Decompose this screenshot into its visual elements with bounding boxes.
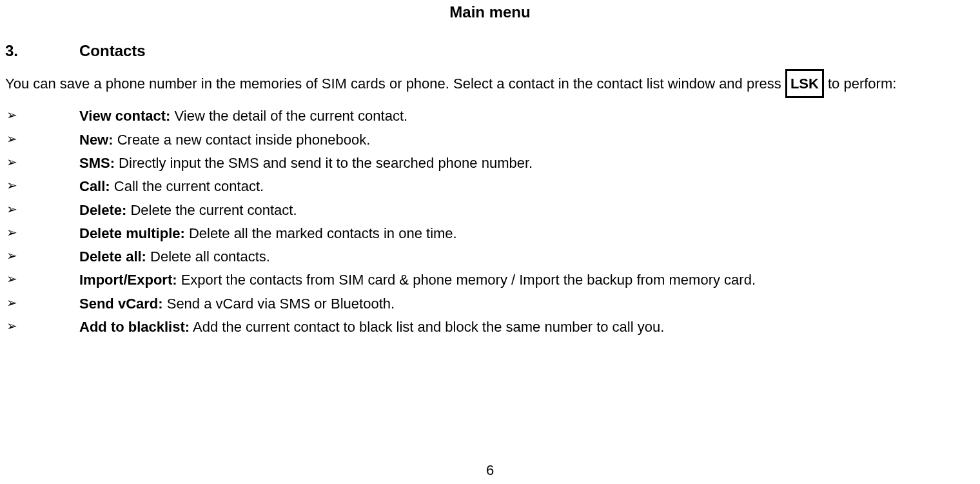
item-content: Delete all: Delete all contacts. bbox=[79, 245, 975, 268]
item-label: View contact: bbox=[79, 108, 170, 124]
lsk-key-label: LSK bbox=[785, 69, 824, 98]
item-content: Delete multiple: Delete all the marked c… bbox=[79, 222, 975, 245]
bullet-icon: ➢ bbox=[5, 175, 79, 196]
item-label: Delete: bbox=[79, 202, 126, 218]
list-item: ➢ Import/Export: Export the contacts fro… bbox=[5, 268, 975, 292]
section-heading: 3.Contacts bbox=[5, 42, 975, 60]
item-content: Call: Call the current contact. bbox=[79, 175, 975, 198]
item-content: SMS: Directly input the SMS and send it … bbox=[79, 152, 975, 175]
item-description: Delete all the marked contacts in one ti… bbox=[185, 225, 457, 241]
bullet-icon: ➢ bbox=[5, 292, 79, 314]
section-heading-text: Contacts bbox=[79, 42, 146, 59]
bullet-icon: ➢ bbox=[5, 105, 79, 126]
bullet-icon: ➢ bbox=[5, 128, 79, 150]
page-title: Main menu bbox=[5, 3, 975, 21]
bullet-icon: ➢ bbox=[5, 152, 79, 173]
item-description: Create a new contact inside phonebook. bbox=[113, 132, 371, 148]
bullet-icon: ➢ bbox=[5, 245, 79, 267]
intro-text-before: You can save a phone number in the memor… bbox=[5, 76, 785, 92]
item-content: Send vCard: Send a vCard via SMS or Blue… bbox=[79, 292, 975, 316]
item-description: Delete all contacts. bbox=[146, 248, 270, 265]
list-item: ➢ New: Create a new contact inside phone… bbox=[5, 128, 975, 152]
item-description: Add the current contact to black list an… bbox=[190, 319, 664, 335]
menu-list: ➢ View contact: View the detail of the c… bbox=[5, 105, 975, 339]
bullet-icon: ➢ bbox=[5, 268, 79, 290]
item-description: Send a vCard via SMS or Bluetooth. bbox=[163, 296, 395, 312]
bullet-icon: ➢ bbox=[5, 222, 79, 243]
item-label: New: bbox=[79, 132, 113, 148]
item-label: Call: bbox=[79, 178, 110, 194]
intro-paragraph: You can save a phone number in the memor… bbox=[5, 69, 975, 98]
item-content: Import/Export: Export the contacts from … bbox=[79, 268, 975, 292]
item-description: Directly input the SMS and send it to th… bbox=[115, 155, 533, 171]
section-number: 3. bbox=[5, 42, 79, 60]
item-content: Delete: Delete the current contact. bbox=[79, 199, 975, 222]
item-label: Add to blacklist: bbox=[79, 319, 190, 335]
list-item: ➢ Add to blacklist: Add the current cont… bbox=[5, 316, 975, 339]
list-item: ➢ Send vCard: Send a vCard via SMS or Bl… bbox=[5, 292, 975, 316]
item-description: Call the current contact. bbox=[110, 178, 264, 194]
list-item: ➢ Delete all: Delete all contacts. bbox=[5, 245, 975, 268]
item-description: Delete the current contact. bbox=[126, 202, 297, 218]
list-item: ➢ Delete multiple: Delete all the marked… bbox=[5, 222, 975, 245]
item-label: Delete all: bbox=[79, 248, 146, 265]
bullet-icon: ➢ bbox=[5, 316, 79, 337]
item-label: SMS: bbox=[79, 155, 115, 171]
item-label: Import/Export: bbox=[79, 272, 177, 288]
list-item: ➢ View contact: View the detail of the c… bbox=[5, 105, 975, 128]
intro-text-after: to perform: bbox=[824, 76, 896, 92]
item-content: New: Create a new contact inside phonebo… bbox=[79, 128, 975, 152]
bullet-icon: ➢ bbox=[5, 199, 79, 220]
page-number: 6 bbox=[0, 462, 980, 479]
list-item: ➢ Call: Call the current contact. bbox=[5, 175, 975, 198]
list-item: ➢ Delete: Delete the current contact. bbox=[5, 199, 975, 222]
item-label: Delete multiple: bbox=[79, 225, 185, 241]
item-content: Add to blacklist: Add the current contac… bbox=[79, 316, 975, 339]
list-item: ➢ SMS: Directly input the SMS and send i… bbox=[5, 152, 975, 175]
item-content: View contact: View the detail of the cur… bbox=[79, 105, 975, 128]
item-description: View the detail of the current contact. bbox=[170, 108, 407, 124]
item-description: Export the contacts from SIM card & phon… bbox=[177, 272, 756, 288]
item-label: Send vCard: bbox=[79, 296, 163, 312]
